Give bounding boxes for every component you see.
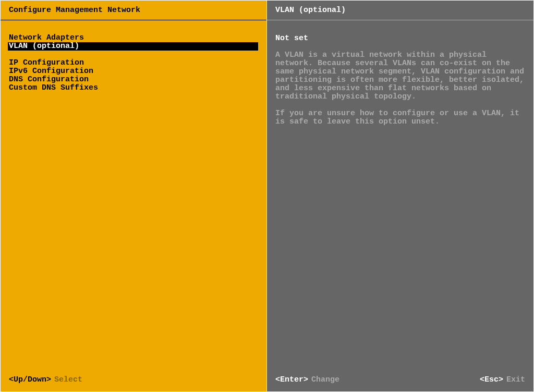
menu-spacer [9,51,266,59]
menu-list[interactable]: Network Adapters VLAN (optional) IP Conf… [1,20,266,370]
esc-key-hint: <Esc> [480,375,503,384]
menu-item-dns-configuration[interactable]: DNS Configuration [9,76,266,84]
main-container: Configure Management Network Network Ada… [0,0,534,392]
menu-item-ipv6-configuration[interactable]: IPv6 Configuration [9,67,266,76]
menu-item-vlan[interactable]: VLAN (optional) [8,42,258,51]
vlan-description-2: If you are unsure how to configure or us… [275,109,525,126]
menu-item-custom-dns-suffixes[interactable]: Custom DNS Suffixes [9,84,266,92]
left-panel-title: Configure Management Network [1,1,266,20]
menu-item-network-adapters[interactable]: Network Adapters [9,34,266,42]
right-panel-title: VLAN (optional) [267,1,533,20]
menu-item-ip-configuration[interactable]: IP Configuration [9,59,266,67]
left-footer: <Up/Down> Select [1,370,266,391]
updown-key-hint: <Up/Down> [9,375,51,384]
vlan-description-1: A VLAN is a virtual network within a phy… [275,51,525,101]
enter-key-hint: <Enter> [275,375,308,384]
enter-action-hint: Change [311,375,339,384]
right-body: Not set A VLAN is a virtual network with… [267,20,533,370]
esc-action-hint: Exit [506,375,525,384]
vlan-status: Not set [275,34,525,43]
esc-hint: <Esc> Exit [480,375,525,384]
enter-hint: <Enter> Change [275,375,339,384]
right-panel: VLAN (optional) Not set A VLAN is a virt… [267,1,533,391]
updown-action-hint: Select [54,375,82,384]
right-footer: <Enter> Change <Esc> Exit [267,370,533,391]
left-panel: Configure Management Network Network Ada… [1,1,267,391]
